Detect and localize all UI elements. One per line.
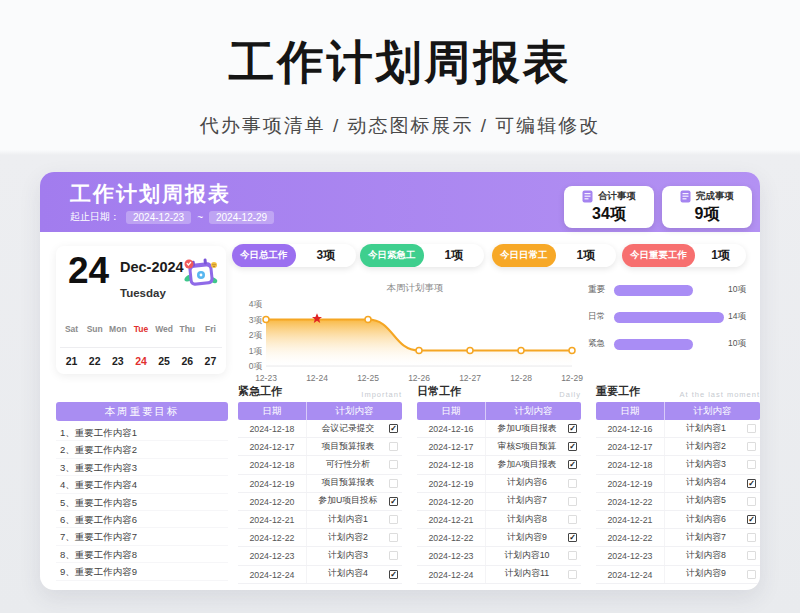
table-row: 2024-12-16参加U项目报表✓ — [417, 420, 581, 438]
row-content: 计划内容8 — [486, 514, 568, 526]
category-bar-label: 日常 — [588, 311, 614, 323]
checkbox[interactable] — [747, 570, 756, 579]
calendar-date-cell[interactable]: 25 — [153, 355, 176, 367]
row-date: 2024-12-22 — [238, 529, 307, 546]
category-bar-track — [614, 312, 724, 323]
svg-text:12-25: 12-25 — [357, 373, 379, 383]
goal-item: 9、重要工作内容9 — [56, 563, 228, 580]
row-date: 2024-12-22 — [417, 529, 486, 546]
row-date: 2024-12-21 — [417, 511, 486, 528]
weekly-goals-panel: 本周重要目标 1、重要工作内容12、重要工作内容23、重要工作内容34、重要工作… — [56, 402, 228, 581]
row-content: 计划内容3 — [307, 550, 389, 562]
checkbox[interactable] — [747, 497, 756, 506]
row-date: 2024-12-23 — [417, 547, 486, 564]
checkbox[interactable]: ✓ — [389, 570, 398, 579]
table-row: 2024-12-19项目预算报表 — [238, 475, 402, 493]
checkbox[interactable] — [389, 515, 398, 524]
calendar-date-cell[interactable]: 24 — [129, 355, 152, 367]
goal-item: 7、重要工作内容7 — [56, 528, 228, 545]
row-content: 项目预算报表 — [307, 477, 389, 489]
checkbox[interactable]: ✓ — [568, 533, 577, 542]
row-date: 2024-12-23 — [596, 547, 665, 564]
goal-item: 5、重要工作内容5 — [56, 494, 228, 511]
calendar-weekday: Tuesday — [120, 287, 166, 299]
weekly-plan-chart: 0项1项2项3项4项12-2312-2412-2512-2612-2712-28… — [236, 290, 586, 386]
checkbox[interactable] — [568, 551, 577, 560]
checkbox[interactable]: ✓ — [747, 479, 756, 488]
checkbox[interactable] — [389, 551, 398, 560]
svg-text:2项: 2项 — [249, 330, 263, 340]
document-icon — [680, 190, 691, 203]
row-date: 2024-12-18 — [238, 456, 307, 473]
row-content: 计划内容3 — [665, 459, 747, 471]
row-content: 会议记录提交 — [307, 423, 389, 435]
table-title: 日常工作 — [417, 384, 461, 399]
date-range-label: 起止日期： — [70, 210, 120, 224]
calendar-date-cell[interactable]: 23 — [106, 355, 129, 367]
category-bar-track — [614, 339, 724, 350]
column-date: 日期 — [417, 402, 486, 420]
calendar-date-cell[interactable]: 21 — [60, 355, 83, 367]
category-bar-track — [614, 285, 724, 296]
category-bars: 重要10项日常14项紧急10项 — [588, 284, 754, 365]
summary-value: 34项 — [570, 204, 648, 225]
calendar-date-cell[interactable]: 26 — [176, 355, 199, 367]
row-content: 计划内容2 — [665, 441, 747, 453]
checkbox[interactable] — [747, 442, 756, 451]
checkbox[interactable]: ✓ — [568, 460, 577, 469]
calendar-weekday-cell: Tue — [129, 324, 152, 334]
column-content: 计划内容 — [665, 402, 760, 420]
table-title: 紧急工作 — [238, 384, 282, 399]
row-date: 2024-12-19 — [596, 475, 665, 492]
end-date[interactable]: 2024-12-29 — [209, 211, 274, 224]
svg-text:3项: 3项 — [249, 315, 263, 325]
table-row: 2024-12-24计划内容11 — [417, 566, 581, 584]
checkbox[interactable]: ✓ — [568, 424, 577, 433]
task-table-header: 紧急工作Important — [238, 384, 402, 399]
checkbox[interactable]: ✓ — [389, 424, 398, 433]
stat-group: 今日总工作3项 — [232, 244, 356, 267]
table-row: 2024-12-21计划内容6✓ — [596, 511, 760, 529]
goal-item: 2、重要工作内容2 — [56, 441, 228, 458]
table-column-header: 日期计划内容 — [596, 402, 760, 420]
stat-group: 今日紧急工1项 — [360, 244, 484, 267]
page-title: 工作计划周报表 — [0, 32, 800, 94]
checkbox[interactable] — [747, 424, 756, 433]
checkbox[interactable] — [389, 533, 398, 542]
checkbox[interactable] — [389, 479, 398, 488]
checkbox[interactable] — [747, 551, 756, 560]
checkbox[interactable] — [568, 515, 577, 524]
goal-item: 6、重要工作内容6 — [56, 511, 228, 528]
row-date: 2024-12-17 — [596, 438, 665, 455]
checkbox[interactable] — [568, 497, 577, 506]
row-date: 2024-12-18 — [417, 456, 486, 473]
checkbox[interactable] — [747, 533, 756, 542]
checkbox[interactable] — [747, 460, 756, 469]
table-row: 2024-12-21计划内容1 — [238, 511, 402, 529]
calendar-date-cell[interactable]: 22 — [83, 355, 106, 367]
category-bar-row: 日常14项 — [588, 311, 754, 323]
summary-value: 9项 — [668, 204, 746, 225]
table-row: 2024-12-24计划内容4✓ — [238, 566, 402, 584]
start-date[interactable]: 2024-12-23 — [126, 211, 191, 224]
stat-group: 今日重要工作1项 — [622, 244, 746, 267]
checkbox[interactable]: ✓ — [747, 515, 756, 524]
table-row: 2024-12-23计划内容10 — [417, 547, 581, 565]
row-content: 计划内容5 — [665, 495, 747, 507]
row-date: 2024-12-19 — [238, 475, 307, 492]
row-date: 2024-12-19 — [417, 475, 486, 492]
row-date: 2024-12-22 — [596, 493, 665, 510]
table-subtitle: Important — [361, 390, 402, 399]
task-table: 重要工作At the last moment日期计划内容2024-12-16计划… — [596, 384, 760, 584]
checkbox[interactable]: ✓ — [389, 497, 398, 506]
checkbox[interactable] — [389, 442, 398, 451]
calendar-date-cell[interactable]: 27 — [199, 355, 222, 367]
row-content: 计划内容4 — [665, 477, 747, 489]
checkbox[interactable] — [389, 460, 398, 469]
table-row: 2024-12-19计划内容6 — [417, 475, 581, 493]
checkbox[interactable] — [568, 570, 577, 579]
checkbox[interactable] — [568, 479, 577, 488]
goal-item: 4、重要工作内容4 — [56, 476, 228, 493]
checkbox[interactable]: ✓ — [568, 442, 577, 451]
row-content: 计划内容1 — [307, 514, 389, 526]
